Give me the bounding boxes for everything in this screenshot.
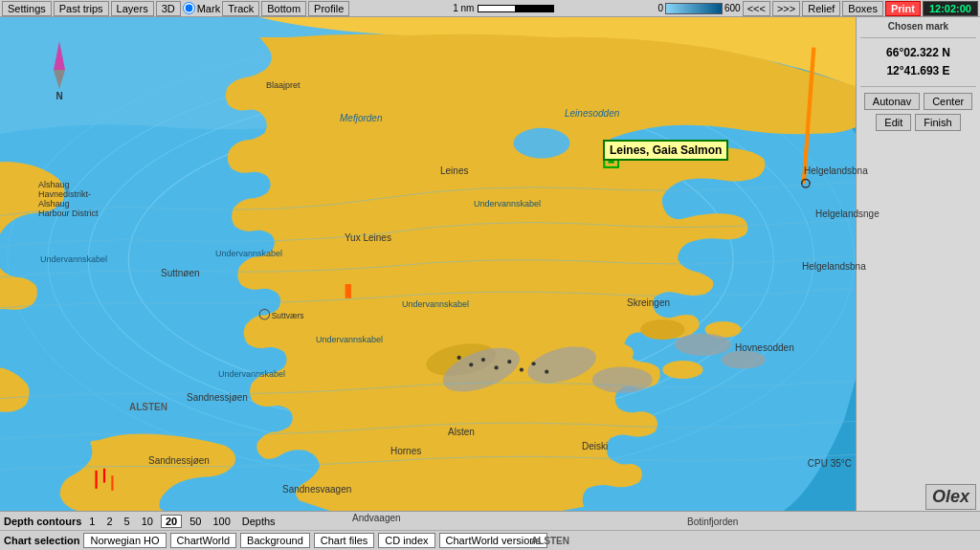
svg-point-16 xyxy=(675,334,731,356)
chart-files[interactable]: Chart files xyxy=(314,533,375,548)
depth-2[interactable]: 2 xyxy=(102,516,116,527)
past-trips-button[interactable]: Past trips xyxy=(54,1,109,16)
svg-point-25 xyxy=(481,358,485,362)
svg-point-18 xyxy=(514,128,570,159)
mark-radio[interactable] xyxy=(183,2,195,14)
chart-cd-index[interactable]: CD index xyxy=(378,533,434,548)
svg-point-26 xyxy=(495,365,499,369)
panel-row-1: Autonav Center xyxy=(860,93,976,110)
north-arrow: N xyxy=(50,41,69,89)
chart-chartworld[interactable]: ChartWorld xyxy=(170,533,236,548)
north-arrow-up xyxy=(54,41,65,70)
map-container[interactable]: Suttværs N Leines, Gaia Salmon CPU 35°C xyxy=(0,17,856,511)
print-button[interactable]: Print xyxy=(885,1,921,16)
svg-point-28 xyxy=(520,367,523,371)
svg-text:Suttværs: Suttværs xyxy=(272,311,304,320)
location-label: Leines, Gaia Salmon xyxy=(603,140,728,161)
panel-divider-1 xyxy=(860,37,976,38)
time-display: 12:02:00 xyxy=(923,1,978,16)
chosen-mark-label: Chosen mark xyxy=(860,21,976,32)
depth-contours-label: Depth contours xyxy=(4,516,81,527)
svg-point-30 xyxy=(545,370,548,374)
depth-20[interactable]: 20 xyxy=(161,515,182,528)
scale-bar: 1 nm xyxy=(351,3,656,13)
panel-row-2: Edit Finish xyxy=(860,114,976,131)
panel-divider-2 xyxy=(860,86,976,87)
svg-point-15 xyxy=(592,366,653,392)
north-arrow-down xyxy=(54,70,65,89)
top-bar: Settings Past trips Layers 3D Mark Track… xyxy=(0,0,980,17)
depth-1[interactable]: 1 xyxy=(85,516,99,527)
svg-rect-34 xyxy=(345,284,351,298)
track-button[interactable]: Track xyxy=(222,1,259,16)
svg-point-17 xyxy=(721,351,765,369)
chart-selection-label: Chart selection xyxy=(4,535,79,546)
depth-contours-bar: Depth contours 1 2 5 10 20 50 100 Depths xyxy=(0,512,980,531)
latitude-display: 66°02.322 N xyxy=(860,44,976,62)
chart-selection-bar: Chart selection Norwegian HO ChartWorld … xyxy=(0,531,980,550)
cpu-display: CPU 35°C xyxy=(808,458,852,469)
depth-range: 0 600 xyxy=(657,3,740,14)
profile-button[interactable]: Profile xyxy=(308,1,349,16)
depth-100[interactable]: 100 xyxy=(209,516,234,527)
relief-button[interactable]: Relief xyxy=(802,1,840,16)
depth-depths[interactable]: Depths xyxy=(238,516,279,527)
coord-display: 66°02.322 N 12°41.693 E xyxy=(860,44,976,80)
edit-button[interactable]: Edit xyxy=(876,114,911,131)
map-svg: Suttværs xyxy=(0,17,856,511)
depth-5[interactable]: 5 xyxy=(121,516,134,527)
mark-label: Mark xyxy=(197,3,220,14)
longitude-display: 12°41.693 E xyxy=(860,62,976,80)
scale-label: 1 nm xyxy=(453,3,474,13)
chart-chartworld-versions[interactable]: ChartWorld versions xyxy=(439,533,547,548)
depth-max: 600 xyxy=(724,3,741,13)
chart-norwegian-ho[interactable]: Norwegian HO xyxy=(83,533,166,548)
svg-point-27 xyxy=(507,360,511,363)
nav-fwd-button[interactable]: >>> xyxy=(772,1,800,16)
depth-10[interactable]: 10 xyxy=(138,516,157,527)
autonav-button[interactable]: Autonav xyxy=(864,93,920,110)
settings-button[interactable]: Settings xyxy=(2,1,52,16)
svg-point-23 xyxy=(457,356,461,360)
boxes-button[interactable]: Boxes xyxy=(842,1,883,16)
main-area: Suttværs N Leines, Gaia Salmon CPU 35°C … xyxy=(0,17,980,511)
bottom-button[interactable]: Bottom xyxy=(261,1,306,16)
finish-button[interactable]: Finish xyxy=(915,114,960,131)
north-label: N xyxy=(56,91,62,101)
svg-point-10 xyxy=(640,319,684,340)
depth-min: 0 xyxy=(657,3,663,13)
3d-button[interactable]: 3D xyxy=(156,1,181,16)
right-panel: Chosen mark 66°02.322 N 12°41.693 E Auto… xyxy=(856,17,980,511)
olex-logo: Olex xyxy=(925,484,976,510)
svg-point-24 xyxy=(469,363,473,366)
svg-point-12 xyxy=(662,361,702,379)
depth-gradient xyxy=(665,3,723,14)
layers-button[interactable]: Layers xyxy=(111,1,154,16)
chart-background[interactable]: Background xyxy=(240,533,310,548)
depth-50[interactable]: 50 xyxy=(186,516,205,527)
nav-back-button[interactable]: <<< xyxy=(743,1,770,16)
svg-point-29 xyxy=(531,362,535,365)
app: Settings Past trips Layers 3D Mark Track… xyxy=(0,0,980,550)
bottom-area: Depth contours 1 2 5 10 20 50 100 Depths… xyxy=(0,511,980,550)
center-button[interactable]: Center xyxy=(924,93,972,110)
